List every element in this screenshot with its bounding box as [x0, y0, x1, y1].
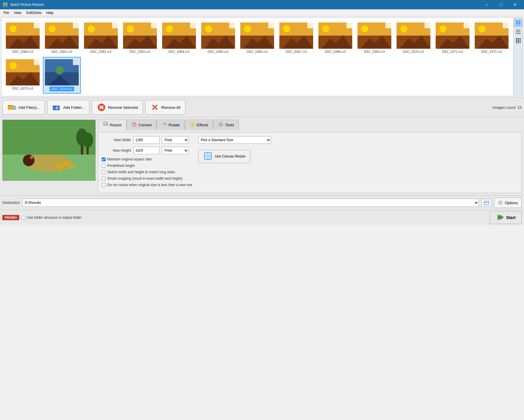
list-item[interactable]: DSC_0374.cr2: [43, 57, 81, 94]
add-folder-button[interactable]: Add Folder...: [47, 100, 90, 115]
settings-col-left: New Width Pixel Percent Inch cm: [102, 136, 192, 189]
destination-browse-button[interactable]: [481, 199, 492, 207]
no-resize-label: Do not resize when original size is less…: [107, 183, 192, 187]
destination-bar: Destination D:\Results C:\Output Desktop…: [0, 195, 524, 210]
destination-label: Destination: [2, 201, 20, 205]
thumbnail-view-button[interactable]: [514, 19, 522, 27]
resize-tab-label: Resize: [110, 123, 122, 127]
standard-size-select[interactable]: Pick a Standard Size 800×600 1024×768 12…: [198, 136, 271, 144]
list-item[interactable]: DSC_0364.cr2: [160, 20, 198, 56]
image-thumbnail: [45, 22, 79, 49]
options-button[interactable]: Options: [494, 197, 522, 208]
resize-tab-icon: [103, 122, 108, 128]
svg-point-7: [10, 25, 17, 32]
folder-structure-checkbox[interactable]: [22, 216, 25, 220]
svg-rect-8: [34, 22, 40, 28]
svg-rect-85: [516, 30, 521, 30]
standard-size-wrapper: Pick a Standard Size 800×600 1024×768 12…: [198, 136, 271, 144]
svg-point-119: [69, 165, 75, 169]
grid-view-button[interactable]: [514, 36, 522, 45]
image-filename: DSC_0368.cr2: [325, 50, 346, 53]
settings-two-col: New Width Pixel Percent Inch cm: [102, 136, 518, 189]
list-item[interactable]: DSC_0367.cr2: [277, 20, 315, 56]
destination-select[interactable]: D:\Results C:\Output Desktop: [22, 199, 479, 207]
list-view-button[interactable]: [514, 28, 522, 36]
menu-view[interactable]: View: [11, 10, 24, 15]
image-filename: DSC_0361.cr2: [51, 50, 72, 53]
new-width-input[interactable]: [133, 136, 160, 144]
smart-crop-checkbox[interactable]: [102, 177, 106, 181]
tab-tools[interactable]: Tools: [213, 120, 239, 130]
app-title: Batch Picture Resizer: [10, 3, 480, 7]
switch-wh-checkbox[interactable]: [102, 170, 106, 174]
start-label: Start: [506, 215, 516, 220]
bottom-panel: Resize Convert Rotate: [0, 117, 524, 195]
svg-point-3: [4, 4, 5, 5]
svg-marker-150: [500, 214, 504, 220]
list-item[interactable]: DSC_0366.cr2: [238, 20, 276, 56]
menu-help[interactable]: Help: [44, 10, 56, 15]
svg-point-12: [49, 25, 56, 32]
svg-rect-89: [518, 38, 519, 40]
remove-all-button[interactable]: Remove All: [145, 100, 185, 115]
svg-point-123: [83, 132, 93, 148]
remove-selected-icon: [97, 103, 106, 112]
list-item[interactable]: DSC_0372.cr2: [473, 20, 511, 56]
list-item[interactable]: DSC_0363.cr2: [121, 20, 159, 56]
image-thumbnail: [123, 22, 157, 49]
width-row: New Width Pixel Percent Inch cm: [102, 136, 192, 144]
svg-point-32: [205, 25, 212, 32]
tab-resize[interactable]: Resize: [98, 120, 127, 130]
list-item[interactable]: DSC_0373.cr2: [4, 57, 42, 94]
new-height-input[interactable]: [133, 147, 160, 154]
tab-convert[interactable]: Convert: [127, 120, 157, 130]
list-item[interactable]: DSC_0369.cr2: [355, 20, 393, 56]
menu-softorbits[interactable]: SoftOrbits: [24, 10, 44, 15]
image-thumbnail: [397, 22, 430, 49]
svg-rect-81: [516, 23, 518, 24]
remove-selected-button[interactable]: Remove Selected: [92, 100, 143, 115]
list-item[interactable]: DSC_0360.cr2: [4, 20, 42, 56]
canvas-resize-button[interactable]: Use Canvas Resize: [198, 150, 250, 163]
list-item[interactable]: DSC_0362.cr2: [82, 20, 120, 56]
list-item[interactable]: DSC_0370.cr2: [395, 20, 432, 56]
minimize-button[interactable]: ─: [480, 0, 494, 9]
svg-marker-128: [190, 123, 195, 127]
new-height-label: New Height: [102, 148, 131, 153]
svg-rect-124: [103, 122, 107, 125]
tab-effects[interactable]: Effects: [185, 120, 213, 130]
predefined-height-checkbox[interactable]: [102, 164, 106, 168]
width-unit-select[interactable]: Pixel Percent Inch cm: [162, 136, 189, 144]
svg-rect-93: [520, 40, 521, 42]
maximize-button[interactable]: □: [494, 0, 508, 9]
image-thumbnail: [279, 22, 313, 49]
maintain-ratio-checkbox[interactable]: [102, 158, 106, 161]
list-item[interactable]: DSC_0365.cr2: [199, 20, 237, 56]
svg-marker-127: [166, 124, 167, 125]
image-thumbnail: [436, 22, 469, 49]
svg-point-42: [283, 25, 290, 32]
start-button[interactable]: Start: [490, 211, 522, 224]
list-item[interactable]: DSC_0371.cr2: [434, 20, 472, 56]
close-button[interactable]: ✕: [508, 0, 522, 9]
list-item[interactable]: DSC_0368.cr2: [316, 20, 354, 56]
height-unit-select[interactable]: Pixel Percent Inch cm: [162, 147, 189, 154]
svg-rect-38: [268, 22, 274, 28]
image-filename: DSC_0367.cr2: [286, 50, 307, 53]
add-files-button[interactable]: Add File(s)...: [2, 100, 45, 115]
svg-point-22: [127, 25, 134, 32]
list-item[interactable]: DSC_0361.cr2: [43, 20, 81, 56]
add-folder-label: Add Folder...: [63, 105, 85, 110]
footer-row: PROMO Use folder structure in output fol…: [0, 210, 524, 225]
image-filename: DSC_0369.cr2: [364, 50, 385, 53]
tab-rotate[interactable]: Rotate: [157, 120, 185, 130]
svg-point-17: [88, 25, 95, 32]
svg-point-72: [10, 62, 17, 69]
options-label: Options: [505, 201, 518, 205]
menu-file[interactable]: File: [1, 10, 11, 15]
svg-point-62: [439, 25, 446, 32]
destination-combo-wrapper: D:\Results C:\Output Desktop: [22, 199, 479, 207]
folder-structure-row: Use folder structure in output folder: [22, 216, 82, 220]
no-resize-checkbox[interactable]: [102, 183, 106, 187]
image-filename: DSC_0360.cr2: [12, 50, 33, 53]
